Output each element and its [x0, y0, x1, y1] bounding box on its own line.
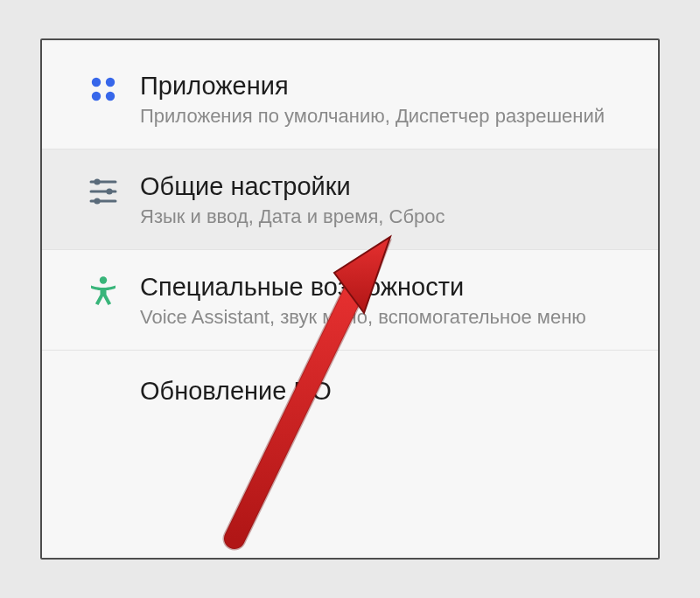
svg-point-2 [92, 92, 101, 101]
settings-item-general[interactable]: Общие настройки Язык и ввод, Дата и врем… [42, 150, 658, 250]
settings-item-apps[interactable]: Приложения Приложения по умолчанию, Дисп… [42, 49, 658, 150]
sliders-icon [66, 174, 140, 209]
settings-item-text: Общие настройки Язык и ввод, Дата и врем… [140, 170, 634, 230]
settings-item-text: Специальные возможности Voice Assistant,… [140, 271, 634, 330]
settings-item-title: Обновление ПО [140, 375, 332, 407]
settings-item-title: Приложения [140, 70, 634, 101]
settings-item-text: Обновление ПО [140, 372, 332, 407]
settings-item-subtitle: Язык и ввод, Дата и время, Сброс [140, 205, 634, 230]
settings-item-subtitle: Voice Assistant, звук моно, вспомогатель… [140, 305, 634, 330]
svg-point-9 [94, 198, 100, 204]
svg-point-8 [106, 188, 112, 194]
svg-point-7 [94, 178, 100, 184]
settings-item-title: Общие настройки [140, 170, 634, 202]
svg-point-0 [92, 78, 101, 87]
settings-item-title: Специальные возможности [140, 271, 634, 302]
settings-panel: Приложения Приложения по умолчанию, Дисп… [40, 38, 660, 560]
svg-point-3 [106, 92, 115, 101]
apps-icon [66, 73, 140, 105]
settings-item-accessibility[interactable]: Специальные возможности Voice Assistant,… [42, 250, 658, 351]
accessibility-icon [66, 275, 140, 308]
svg-point-1 [106, 78, 115, 87]
settings-list: Приложения Приложения по умолчанию, Дисп… [42, 40, 658, 407]
settings-item-text: Приложения Приложения по умолчанию, Дисп… [140, 70, 634, 129]
settings-item-update[interactable]: Обновление ПО [42, 351, 658, 407]
settings-item-subtitle: Приложения по умолчанию, Диспетчер разре… [140, 104, 634, 129]
svg-point-10 [100, 276, 107, 283]
